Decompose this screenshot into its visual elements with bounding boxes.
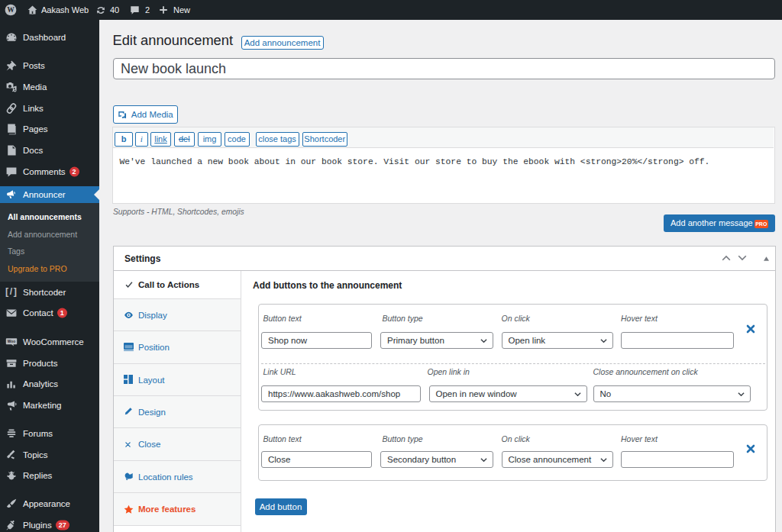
- svg-text:Woo: Woo: [8, 340, 15, 343]
- svg-text:W: W: [7, 5, 15, 14]
